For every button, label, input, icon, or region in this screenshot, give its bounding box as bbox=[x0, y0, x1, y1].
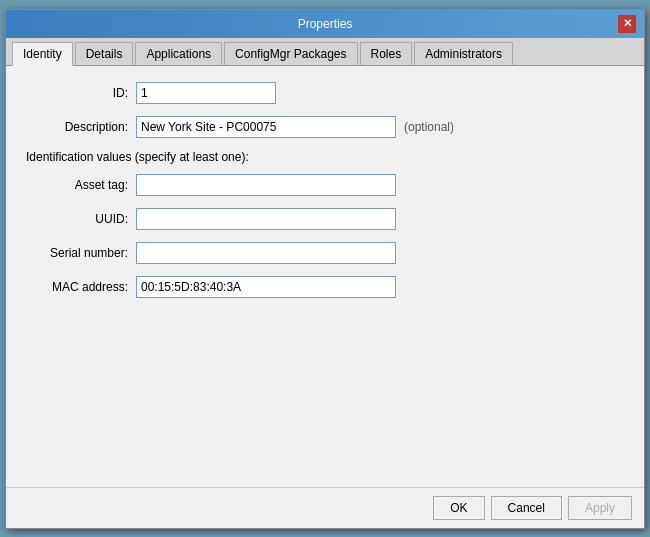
optional-text: (optional) bbox=[404, 120, 454, 134]
mac-address-label: MAC address: bbox=[26, 280, 136, 294]
title-bar: Properties ✕ bbox=[6, 10, 644, 38]
serial-number-input[interactable] bbox=[136, 242, 396, 264]
properties-dialog: Properties ✕ Identity Details Applicatio… bbox=[5, 9, 645, 529]
id-label: ID: bbox=[26, 86, 136, 100]
tab-applications[interactable]: Applications bbox=[135, 42, 222, 65]
id-row: ID: bbox=[26, 82, 624, 104]
footer: OK Cancel Apply bbox=[6, 487, 644, 528]
mac-address-row: MAC address: bbox=[26, 276, 624, 298]
asset-tag-label: Asset tag: bbox=[26, 178, 136, 192]
apply-button[interactable]: Apply bbox=[568, 496, 632, 520]
serial-number-label: Serial number: bbox=[26, 246, 136, 260]
uuid-label: UUID: bbox=[26, 212, 136, 226]
tab-configmgr-packages[interactable]: ConfigMgr Packages bbox=[224, 42, 357, 65]
tab-details[interactable]: Details bbox=[75, 42, 134, 65]
identification-section-label: Identification values (specify at least … bbox=[26, 150, 624, 164]
tab-bar: Identity Details Applications ConfigMgr … bbox=[6, 38, 644, 66]
tab-roles[interactable]: Roles bbox=[360, 42, 413, 65]
description-row: Description: (optional) bbox=[26, 116, 624, 138]
uuid-input[interactable] bbox=[136, 208, 396, 230]
tab-content: ID: Description: (optional) Identificati… bbox=[6, 66, 644, 487]
description-label: Description: bbox=[26, 120, 136, 134]
cancel-button[interactable]: Cancel bbox=[491, 496, 562, 520]
id-input[interactable] bbox=[136, 82, 276, 104]
tab-administrators[interactable]: Administrators bbox=[414, 42, 513, 65]
ok-button[interactable]: OK bbox=[433, 496, 484, 520]
uuid-row: UUID: bbox=[26, 208, 624, 230]
serial-number-row: Serial number: bbox=[26, 242, 624, 264]
close-button[interactable]: ✕ bbox=[618, 15, 636, 33]
asset-tag-row: Asset tag: bbox=[26, 174, 624, 196]
tab-identity[interactable]: Identity bbox=[12, 42, 73, 66]
mac-address-input[interactable] bbox=[136, 276, 396, 298]
dialog-title: Properties bbox=[32, 17, 618, 31]
asset-tag-input[interactable] bbox=[136, 174, 396, 196]
description-input[interactable] bbox=[136, 116, 396, 138]
